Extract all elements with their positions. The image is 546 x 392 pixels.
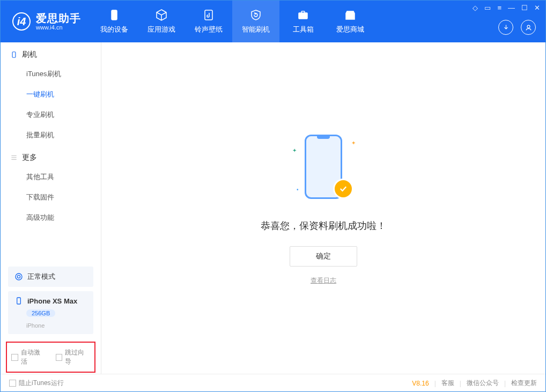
svg-point-5 [16,273,22,280]
refresh-shield-icon [249,9,262,21]
success-illustration: ✦ ✦ • [286,131,361,206]
tab-store[interactable]: 爱思商城 [327,1,374,42]
app-logo-icon: i4 [12,12,31,31]
device-mode-box[interactable]: 正常模式 [8,267,93,287]
sidebar-item-pro-flash[interactable]: 专业刷机 [1,105,101,125]
sidebar-item-batch-flash[interactable]: 批量刷机 [1,125,101,145]
logo-area: i4 爱思助手 www.i4.cn [1,1,91,42]
skip-guide-checkbox[interactable]: 跳过向导 [56,348,91,366]
list-icon[interactable]: ▭ [484,4,491,12]
phone-icon [14,297,23,305]
device-info-box[interactable]: iPhone XS Max 256GB iPhone [8,291,93,334]
sidebar-item-oneclick-flash[interactable]: 一键刷机 [1,84,101,105]
checkbox-icon [56,354,63,361]
device-mode-label: 正常模式 [27,272,55,282]
tab-label: 爱思商城 [336,25,364,34]
svg-rect-4 [12,52,16,58]
block-itunes-checkbox[interactable]: 阻止iTunes运行 [9,379,64,388]
success-check-icon [333,179,353,199]
tab-label: 应用游戏 [147,25,175,34]
checkbox-label: 跳过向导 [65,348,90,366]
maximize-button[interactable]: ☐ [521,4,528,12]
tab-ringtones-wallpapers[interactable]: 铃声壁纸 [185,1,232,42]
sidebar-group-flash: 刷机 [1,42,101,64]
ok-button[interactable]: 确定 [290,246,357,267]
version-label: V8.16 [412,380,429,387]
phone-icon [10,51,18,58]
main-content: ✦ ✦ • 恭喜您，保资料刷机成功啦！ 确定 查看日志 [101,42,545,374]
tab-smart-flash[interactable]: 智能刷机 [232,1,279,42]
sidebar-item-itunes-flash[interactable]: iTunes刷机 [1,64,101,84]
flash-options-row: 自动激活 跳过向导 [6,342,95,373]
checkbox-label: 阻止iTunes运行 [19,379,64,388]
tab-apps-games[interactable]: 应用游戏 [138,1,185,42]
tab-my-device[interactable]: 我的设备 [91,1,138,42]
device-icon [108,9,121,21]
support-link[interactable]: 客服 [441,379,454,388]
device-name: iPhone XS Max [27,297,77,305]
status-bar: 阻止iTunes运行 V8.16 | 客服 | 微信公众号 | 检查更新 [1,374,545,392]
auto-activate-checkbox[interactable]: 自动激活 [11,348,46,366]
sidebar-item-advanced[interactable]: 高级功能 [1,208,101,228]
tab-label: 工具箱 [293,25,314,34]
wechat-link[interactable]: 微信公众号 [467,379,499,388]
sidebar-group-more: 更多 [1,145,101,167]
cube-icon [155,9,168,21]
close-button[interactable]: ✕ [534,4,540,12]
sync-icon [14,272,23,281]
sidebar-item-other-tools[interactable]: 其他工具 [1,167,101,187]
tab-label: 铃声壁纸 [195,25,223,34]
app-subtitle: www.i4.cn [36,24,81,31]
svg-rect-6 [17,298,21,304]
view-log-link[interactable]: 查看日志 [311,276,336,285]
download-button[interactable] [498,20,513,35]
toolbox-icon [297,9,309,21]
list-icon [10,154,18,161]
sparkle-icon: ✦ [292,147,297,153]
user-button[interactable] [521,20,536,35]
svg-rect-2 [299,13,307,19]
sparkle-icon: ✦ [351,140,356,146]
sparkle-icon: • [297,187,299,193]
sidebar-item-download-firmware[interactable]: 下载固件 [1,187,101,208]
success-message: 恭喜您，保资料刷机成功啦！ [261,219,386,232]
sidebar-group-title: 更多 [22,153,37,162]
checkbox-label: 自动激活 [21,348,46,366]
app-header: i4 爱思助手 www.i4.cn 我的设备 应用游戏 铃声壁纸 智能刷机 工具… [1,1,545,42]
header-nav: 我的设备 应用游戏 铃声壁纸 智能刷机 工具箱 爱思商城 [91,1,374,42]
svg-point-3 [527,25,530,28]
checkbox-icon [11,354,18,361]
shirt-icon[interactable]: ◇ [473,4,478,12]
menu-icon[interactable]: ≡ [497,4,501,12]
minimize-button[interactable]: — [508,4,515,12]
svg-rect-0 [112,10,117,20]
music-file-icon [202,9,215,21]
checkbox-icon [9,380,16,387]
svg-rect-1 [205,10,212,20]
sidebar-group-title: 刷机 [22,50,37,60]
device-storage-badge: 256GB [26,309,55,317]
window-controls: ◇ ▭ ≡ — ☐ ✕ [473,4,540,12]
check-update-link[interactable]: 检查更新 [511,379,537,388]
device-type: iPhone [26,322,87,329]
tab-label: 我的设备 [100,25,128,34]
app-title: 爱思助手 [36,12,81,24]
tab-toolbox[interactable]: 工具箱 [279,1,327,42]
tab-label: 智能刷机 [242,25,270,34]
store-icon [344,9,357,21]
sidebar: 刷机 iTunes刷机 一键刷机 专业刷机 批量刷机 更多 其他工具 下载固件 … [1,42,101,374]
